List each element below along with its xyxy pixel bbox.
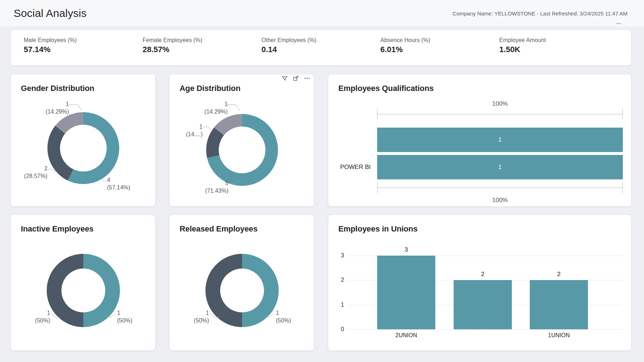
gender-donut[interactable] [47, 112, 119, 184]
kpi-label: Absence Hours (%) [380, 36, 499, 44]
kpi-strip[interactable]: Male Employees (%) 57.14% Female Employe… [11, 30, 631, 65]
more-options-icon[interactable] [304, 75, 310, 81]
age-distribution-card[interactable]: Age Distribution 1 (14.29%) 1 (14....) 5… [170, 74, 314, 206]
kpi-female-employees: Female Employees (%) 28.57% [143, 36, 261, 65]
kpi-label: Male Employees (%) [24, 36, 143, 44]
slice-label: 4 (57.14%) [107, 176, 130, 191]
y-axis-tick: 3 [328, 252, 344, 260]
employees-in-unions-card[interactable]: Employees in Unions 3 2 1 0 3 2 2 2UNION… [328, 215, 631, 350]
page-title: Social Analysis [14, 7, 87, 19]
x-axis-category: 1UNION [530, 332, 588, 339]
chart-title: Employees in Unions [338, 224, 418, 234]
slice-label: 1 (50%) [35, 309, 50, 324]
slice-label: 1 (50%) [117, 309, 133, 324]
chart-title: Gender Distribution [21, 84, 94, 93]
inactive-employees-card[interactable]: Inactive Employees 1 (50%) 1 (50%) [11, 215, 155, 350]
kpi-value: 1.50K [499, 44, 618, 55]
x-axis-top-bracket [377, 109, 623, 119]
kpi-label: Employee Amount [499, 36, 618, 44]
union-bar[interactable] [454, 280, 512, 329]
kpi-absence-hours: Absence Hours (%) 6.01% [380, 36, 499, 65]
page-header: Social Analysis Company Name: YELLOWSTON… [0, 0, 644, 27]
dashboard-page: Social Analysis Company Name: YELLOWSTON… [0, 0, 644, 350]
inactive-donut[interactable] [47, 254, 120, 327]
chart-title: Age Distribution [180, 84, 241, 93]
kpi-employee-amount: Employee Amount 1.50K [499, 36, 618, 65]
focus-mode-icon[interactable] [293, 75, 299, 81]
released-employees-card[interactable]: Released Employees 1 (50%) 1 (50%) [170, 215, 314, 350]
chart-title: Released Employees [180, 224, 258, 234]
bar-value-label: 1 [498, 136, 501, 143]
x-axis-top-label: 100% [377, 100, 623, 107]
kpi-value: 28.57% [143, 44, 261, 55]
kpi-label: Female Employees (%) [143, 36, 261, 44]
slice-label: 1 (50%) [276, 309, 291, 324]
bar-value-label: 2 [454, 271, 512, 278]
header-resize-dash [616, 23, 621, 24]
bar-value-label: 1 [498, 164, 501, 171]
qualification-bar[interactable]: 1 [377, 155, 623, 179]
kpi-value: 57.14% [24, 44, 143, 55]
slice-label: 2 (28.57%) [24, 165, 47, 180]
slice-label: 1 (50%) [194, 309, 209, 324]
slice-label: 1 (14.29%) [204, 100, 228, 115]
kpi-value: 0.14 [261, 44, 380, 55]
visual-toolbar [282, 75, 310, 81]
x-axis-bottom-label: 100% [377, 197, 623, 204]
y-axis-tick: 2 [328, 276, 344, 284]
bar-value-label: 2 [530, 271, 588, 278]
age-donut[interactable] [206, 114, 278, 186]
kpi-male-employees: Male Employees (%) 57.14% [24, 36, 143, 65]
chart-title: Employees Qualifications [338, 84, 434, 93]
slice-label: 1 (14....) [186, 123, 203, 138]
x-axis-bottom-bracket [377, 182, 623, 193]
released-donut[interactable] [205, 254, 279, 327]
kpi-value: 6.01% [380, 44, 499, 55]
chart-title: Inactive Employees [21, 224, 93, 234]
y-axis-category-label: POWER BI [328, 163, 371, 171]
qualification-bar[interactable]: 1 [377, 128, 623, 152]
kpi-label: Other Employees (%) [261, 36, 380, 44]
kpi-other-employees: Other Employees (%) 0.14 [261, 36, 380, 65]
report-meta: Company Name: YELLOWSTONE - Last Refresh… [453, 10, 627, 17]
y-axis-tick: 0 [328, 325, 344, 333]
y-axis-tick: 1 [328, 301, 344, 309]
x-axis-category: 2UNION [377, 332, 435, 339]
union-bar[interactable] [377, 256, 435, 329]
gender-distribution-card[interactable]: Gender Distribution 1 (14.29%) 2 (28.57%… [11, 74, 155, 206]
gridline [348, 329, 621, 330]
employees-qualifications-card[interactable]: Employees Qualifications 100% 1 1 POWER … [328, 74, 631, 206]
filter-icon[interactable] [282, 75, 288, 81]
report-canvas: Gender Distribution 1 (14.29%) 2 (28.57%… [11, 74, 631, 350]
bar-value-label: 3 [377, 246, 435, 253]
slice-label: 5 (71.43%) [205, 179, 228, 194]
slice-label: 1 (14.29%) [46, 100, 69, 115]
union-bar[interactable] [530, 280, 588, 329]
